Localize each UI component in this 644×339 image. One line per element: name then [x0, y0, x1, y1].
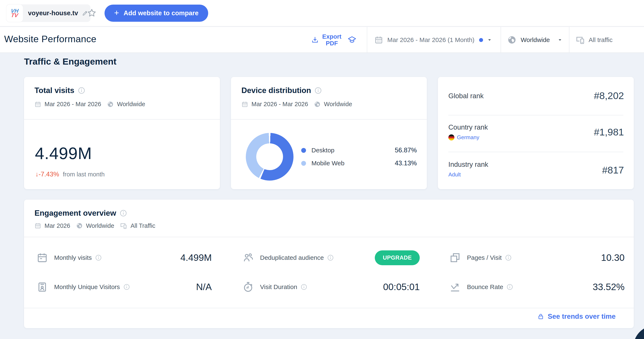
- donut-hole: [256, 143, 283, 170]
- rank-card: Global rank #8,202 Country rank Germany …: [438, 77, 634, 189]
- legend-label: Mobile Web: [312, 160, 344, 167]
- legend-value: 43.13%: [395, 160, 417, 167]
- info-icon[interactable]: [314, 87, 322, 94]
- info-icon[interactable]: [95, 254, 102, 261]
- date-range-label: Mar 2026 - Mar 2026 (1 Month): [387, 36, 474, 44]
- visits-change-badge: ↓-7.43%: [35, 170, 59, 178]
- site-favicon: VH TV: [6, 4, 23, 22]
- globe-icon: [76, 222, 83, 229]
- total-visits-value: 4.499M: [35, 144, 92, 163]
- page-header: Website Performance Export PDF Mar 2026 …: [0, 27, 644, 53]
- date-range-picker[interactable]: Mar 2026 - Mar 2026 (1 Month): [367, 27, 500, 53]
- globe-icon: [507, 35, 516, 44]
- info-icon[interactable]: [505, 254, 512, 261]
- card-date-range: Mar 2026: [44, 222, 70, 229]
- export-pdf-label: Export PDF: [322, 33, 342, 47]
- desktop-dot-icon: [301, 148, 306, 153]
- devices-icon: [576, 35, 585, 44]
- metric-label: Pages / Visit: [467, 254, 502, 261]
- upgrade-button[interactable]: UPGRADE: [375, 250, 420, 265]
- info-icon[interactable]: [300, 284, 307, 290]
- pages-icon: [450, 252, 461, 263]
- devices-icon: [120, 222, 127, 229]
- legend-item-mobile-web: Mobile Web 43.13%: [301, 158, 417, 168]
- globe-icon: [107, 101, 114, 108]
- country-rank-value: #1,981: [594, 126, 624, 138]
- calendar-icon: [36, 252, 48, 263]
- card-date-range: Mar 2026 - Mar 2026: [252, 101, 308, 108]
- traffic-filter[interactable]: All traffic: [569, 27, 644, 53]
- industry-rank-value: #817: [602, 164, 624, 176]
- legend-value: 56.87%: [395, 146, 417, 154]
- info-icon[interactable]: [120, 210, 127, 217]
- info-icon[interactable]: [506, 284, 513, 290]
- global-rank-value: #8,202: [594, 90, 624, 101]
- card-title: Device distribution: [242, 86, 311, 95]
- country-rank-link[interactable]: Germany: [448, 134, 479, 141]
- card-geo: Worldwide: [117, 101, 145, 108]
- info-icon[interactable]: [78, 87, 85, 94]
- mobile-web-dot-icon: [301, 161, 306, 166]
- page-title: Website Performance: [4, 34, 96, 44]
- geo-selector[interactable]: Worldwide: [500, 27, 569, 53]
- metric-label: Bounce Rate: [467, 284, 503, 290]
- compare-button-label: Add website to compare: [124, 10, 198, 17]
- plus-icon: +: [114, 8, 119, 18]
- favorite-star-icon[interactable]: [87, 8, 97, 18]
- legend-label: Desktop: [312, 147, 334, 154]
- metric-bounce-rate: Bounce Rate 33.52%: [450, 276, 624, 298]
- metric-value: N/A: [196, 282, 212, 292]
- metric-label: Deduplicated audience: [260, 254, 324, 261]
- card-geo: Worldwide: [324, 101, 352, 108]
- website-domain: voyeur-house.tv: [28, 10, 78, 17]
- top-bar: VH TV voyeur-house.tv + Add website to c…: [0, 0, 644, 26]
- metric-value: 10.30: [601, 252, 624, 263]
- export-pdf-button[interactable]: Export PDF: [301, 27, 367, 53]
- metric-label: Monthly Unique Visitors: [54, 284, 120, 290]
- device-legend: Desktop 56.87% Mobile Web 43.13%: [301, 145, 417, 171]
- academy-icon[interactable]: [347, 35, 357, 45]
- metric-monthly-unique-visitors: Monthly Unique Visitors N/A: [36, 276, 212, 298]
- metric-visit-duration: Visit Duration 00:05:01: [242, 276, 420, 298]
- add-website-to-compare-button[interactable]: + Add website to compare: [104, 4, 208, 22]
- download-icon: [311, 36, 319, 44]
- metric-value: 4.499M: [180, 252, 212, 263]
- calendar-icon: [34, 222, 41, 229]
- favicon-text-bottom: TV: [11, 13, 18, 18]
- stopwatch-icon: [242, 281, 254, 292]
- unique-visitor-icon: [36, 281, 48, 292]
- card-title: Engagement overview: [34, 209, 116, 218]
- device-distribution-card: Device distribution Mar 2026 - Mar 2026 …: [231, 77, 427, 189]
- traffic-filter-label: All traffic: [588, 36, 612, 44]
- info-icon[interactable]: [123, 284, 130, 290]
- chat-fab[interactable]: [633, 326, 644, 339]
- bounce-rate-icon: [450, 281, 461, 292]
- legend-item-desktop: Desktop 56.87%: [301, 145, 417, 156]
- header-controls: Export PDF Mar 2026 - Mar 2026 (1 Month)…: [301, 27, 644, 53]
- card-geo: Worldwide: [86, 222, 114, 229]
- metric-value: 00:05:01: [383, 282, 420, 292]
- lock-icon: [537, 313, 544, 320]
- card-date-range: Mar 2026 - Mar 2026: [44, 101, 101, 108]
- globe-icon: [314, 101, 321, 108]
- metric-label: Visit Duration: [260, 284, 297, 290]
- device-donut-chart: [246, 133, 294, 180]
- country-rank-label: Country rank: [448, 123, 488, 131]
- period-dot-icon: [479, 38, 483, 42]
- calendar-icon: [242, 101, 248, 108]
- engagement-overview-card: Engagement overview Mar 2026 Worldwide A…: [24, 200, 634, 328]
- calendar-icon: [374, 36, 383, 44]
- see-trends-link[interactable]: See trends over time: [537, 312, 616, 320]
- industry-rank-link[interactable]: Adult: [448, 172, 461, 178]
- info-icon[interactable]: [327, 254, 334, 261]
- germany-flag-icon: [448, 134, 454, 140]
- section-title: Traffic & Engagement: [24, 56, 116, 67]
- website-chip[interactable]: VH TV voyeur-house.tv: [6, 4, 90, 22]
- metric-monthly-visits: Monthly visits 4.499M: [36, 247, 212, 268]
- users-icon: [242, 252, 254, 263]
- card-title: Total visits: [34, 86, 74, 95]
- metric-value: 33.52%: [592, 282, 624, 292]
- chevron-down-icon: [486, 37, 493, 43]
- card-traffic: All Traffic: [130, 222, 155, 229]
- chevron-down-icon: [557, 37, 563, 43]
